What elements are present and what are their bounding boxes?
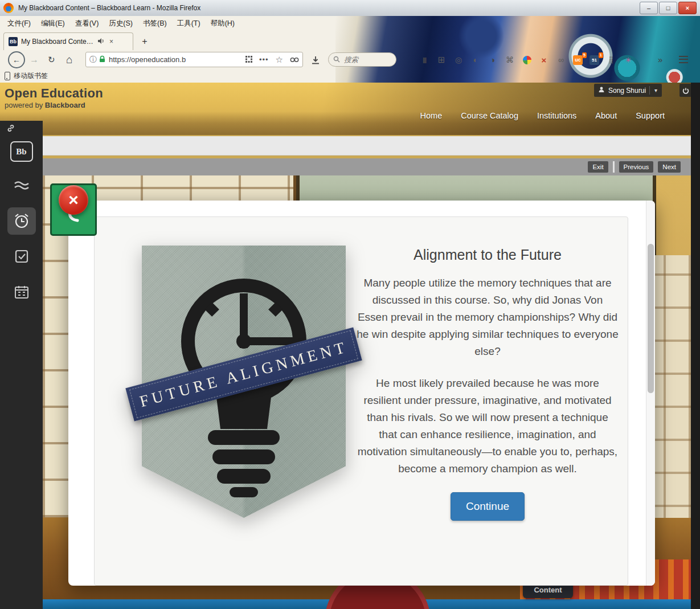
- extension-icons: ||| ⊞ ◎ ◐ ◑ ⌘ × ∞ uc5 511 ⣿ ✳: [419, 50, 633, 70]
- firefox-window: My Blackboard Content – Blackboard Learn…: [0, 0, 700, 609]
- nav-home[interactable]: Home: [420, 111, 443, 120]
- sidebar-item-blackboard[interactable]: Bb: [0, 141, 43, 162]
- user-icon: [598, 86, 605, 95]
- slide-heading: Alignment to the Future: [357, 247, 619, 263]
- dots-grid-icon[interactable]: ⣿: [606, 55, 616, 65]
- activity-stream-icon: [13, 179, 30, 191]
- screenshot-icon[interactable]: ◎: [453, 55, 464, 65]
- url-text[interactable]: https://openeducation.b: [109, 55, 243, 64]
- left-sidebar: Bb: [0, 121, 43, 609]
- maximize-button[interactable]: □: [659, 2, 677, 14]
- home-button[interactable]: ⌂: [66, 50, 72, 70]
- search-input[interactable]: [343, 55, 391, 64]
- close-overlay-button[interactable]: ×: [59, 185, 88, 215]
- menu-file[interactable]: 文件(F): [2, 17, 36, 31]
- search-box[interactable]: [328, 52, 396, 67]
- logout-power-button[interactable]: [679, 84, 691, 97]
- previous-button[interactable]: Previous: [619, 161, 654, 173]
- nav-support[interactable]: Support: [636, 111, 665, 120]
- notes-icon[interactable]: 511: [590, 55, 599, 65]
- slide-paragraph-1: Many people utilize the memory technique…: [357, 275, 619, 360]
- tab-close-icon[interactable]: ×: [109, 38, 113, 46]
- flower-icon[interactable]: ✳: [623, 55, 633, 65]
- back-button[interactable]: ←: [8, 50, 25, 70]
- tab-title: My Blackboard Content –: [21, 38, 94, 46]
- nav-about[interactable]: About: [595, 111, 617, 120]
- menu-view[interactable]: 查看(V): [70, 17, 104, 31]
- lesson-modal: FUTURE ALIGNMENT Alignment to the Future…: [68, 201, 655, 586]
- menu-history[interactable]: 历史(S): [104, 17, 138, 31]
- tab-audio-icon[interactable]: [97, 36, 105, 47]
- pinwheel-icon[interactable]: [522, 55, 532, 65]
- dark-disc-icon[interactable]: ◑: [488, 55, 498, 65]
- url-bar[interactable]: ⓘ https://openeducation.b ••• ☆: [85, 52, 303, 67]
- blackboard-logo-icon: Bb: [10, 141, 33, 162]
- chevron-down-icon[interactable]: ▾: [649, 86, 660, 95]
- browser-chrome: 文件(F) 编辑(E) 查看(V) 历史(S) 书签(B) 工具(T) 帮助(H…: [0, 16, 700, 83]
- nav-institutions[interactable]: Institutions: [537, 111, 576, 120]
- sidebar-item-calendar[interactable]: [0, 285, 43, 300]
- user-name: Song Shurui: [608, 87, 646, 95]
- page-right-gutter: [691, 83, 700, 609]
- new-tab-button[interactable]: +: [138, 35, 152, 48]
- navigation-toolbar: ← → ↻ ⌂ ⓘ https://openeducation.b ••• ☆: [0, 50, 700, 70]
- link-icon: [7, 124, 15, 134]
- mobile-bookmarks-folder[interactable]: 移动版书签: [14, 71, 48, 81]
- pocket-icon[interactable]: [290, 55, 299, 65]
- downloads-icon[interactable]: [311, 50, 320, 70]
- https-lock-icon[interactable]: [99, 55, 105, 65]
- overflow-chevrons-icon[interactable]: »: [658, 55, 662, 64]
- search-icon: [333, 55, 340, 65]
- active-tab[interactable]: Bb My Blackboard Content – ×: [3, 32, 133, 50]
- minimize-button[interactable]: –: [640, 2, 658, 14]
- blackboard-page: Open Education powered by Blackboard Son…: [0, 83, 700, 609]
- continue-button[interactable]: Continue: [451, 492, 525, 521]
- lesson-nav-bar: Exit Previous Next: [43, 158, 691, 175]
- user-menu[interactable]: Song Shurui ▾: [594, 84, 662, 97]
- crop-icon[interactable]: ⊞: [436, 55, 447, 65]
- slide-paragraph-2: He most likely prevailed because he was …: [357, 375, 619, 477]
- next-button[interactable]: Next: [658, 161, 681, 173]
- bookmark-star-icon[interactable]: ☆: [276, 55, 283, 65]
- uc-badge: 5: [582, 52, 587, 58]
- menu-help[interactable]: 帮助(H): [206, 17, 240, 31]
- window-titlebar: My Blackboard Content – Blackboard Learn…: [0, 0, 700, 17]
- open-education-logo: Open Education powered by Blackboard: [5, 86, 103, 109]
- page-actions-icon[interactable]: •••: [259, 55, 269, 64]
- lesson-stage: Content: [43, 175, 691, 609]
- forward-button[interactable]: →: [30, 50, 39, 70]
- menu-bar: 文件(F) 编辑(E) 查看(V) 历史(S) 书签(B) 工具(T) 帮助(H…: [0, 16, 240, 31]
- nav-course-catalog[interactable]: Course Catalog: [461, 111, 518, 120]
- chain-icon[interactable]: ∞: [556, 55, 566, 65]
- content-area: Exit Previous Next Content: [43, 135, 691, 609]
- site-info-icon[interactable]: ⓘ: [89, 55, 97, 65]
- reader-disc-icon[interactable]: ◐: [470, 55, 481, 65]
- bookmarks-bar: 移动版书签: [0, 70, 700, 83]
- modal-scrollbar[interactable]: [646, 201, 655, 586]
- library-icon[interactable]: |||: [419, 55, 429, 65]
- slide-text: Alignment to the Future Many people util…: [357, 247, 619, 521]
- window-title: My Blackboard Content – Blackboard Learn…: [18, 4, 200, 12]
- future-alignment-badge: FUTURE ALIGNMENT: [142, 246, 346, 518]
- modal-scrollbar-thumb[interactable]: [648, 244, 654, 393]
- qr-grid-icon[interactable]: [245, 55, 252, 65]
- notes-badge: 1: [599, 52, 603, 58]
- sidebar-item-assignments[interactable]: [0, 248, 43, 264]
- exit-button[interactable]: Exit: [588, 161, 608, 173]
- sidebar-item-timeline[interactable]: [7, 207, 36, 235]
- site-header: Open Education powered by Blackboard Son…: [0, 83, 700, 135]
- reload-button[interactable]: ↻: [48, 50, 55, 70]
- sidebar-item-activity-stream[interactable]: [0, 179, 43, 191]
- red-mark-icon[interactable]: ×: [539, 55, 549, 65]
- tab-bar: Bb My Blackboard Content – × +: [0, 31, 700, 50]
- assignments-check-icon: [14, 248, 30, 264]
- menu-tools[interactable]: 工具(T): [172, 17, 206, 31]
- uc-browser-icon[interactable]: uc5: [573, 55, 583, 65]
- close-window-button[interactable]: ×: [678, 2, 697, 14]
- hamburger-menu-icon[interactable]: [679, 56, 688, 63]
- menu-edit[interactable]: 编辑(E): [36, 17, 70, 31]
- content-top-band: [43, 136, 691, 156]
- blackboard-favicon: Bb: [9, 37, 18, 46]
- menu-bookmarks[interactable]: 书签(B): [138, 17, 172, 31]
- command-icon[interactable]: ⌘: [505, 55, 515, 65]
